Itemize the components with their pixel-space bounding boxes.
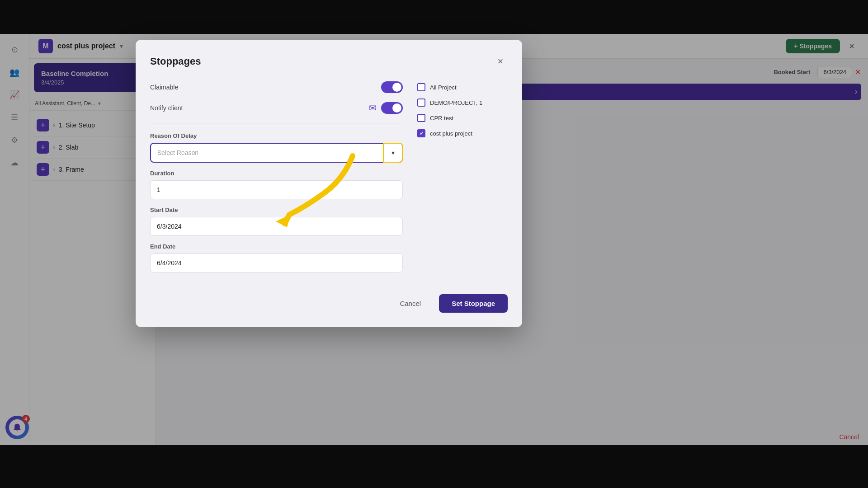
checkbox-demo-project-input[interactable] <box>417 99 425 107</box>
cancel-button[interactable]: Cancel <box>387 294 434 313</box>
modal-footer: Cancel Set Stoppage <box>150 294 508 313</box>
notify-controls: ✉ <box>369 102 403 114</box>
checkbox-cost-plus-input[interactable] <box>417 129 425 137</box>
checkbox-demo-project: DEMO/PROJECT, 1 <box>417 99 508 107</box>
checkbox-cost-plus-label: cost plus project <box>430 130 472 137</box>
end-date-input[interactable] <box>150 253 403 272</box>
reason-select-wrapper: Select Reason ▾ <box>150 143 403 163</box>
reason-select[interactable]: Select Reason <box>150 143 403 163</box>
modal-body: Claimable Notify client ✉ Reason Of Dela… <box>150 81 508 280</box>
modal-header: Stoppages × <box>150 54 508 69</box>
modal-title: Stoppages <box>150 56 201 67</box>
end-date-label: End Date <box>150 243 403 250</box>
modal-close-button[interactable]: × <box>493 54 508 69</box>
stoppages-modal: Stoppages × Claimable Notify client ✉ Re… <box>136 40 522 327</box>
checkbox-cpr-test-input[interactable] <box>417 114 425 122</box>
form-divider <box>150 123 403 123</box>
duration-label: Duration <box>150 170 403 177</box>
checkbox-cpr-test: CPR test <box>417 114 508 122</box>
reason-label: Reason Of Delay <box>150 132 403 139</box>
start-date-label: Start Date <box>150 206 403 213</box>
notify-client-row: Notify client ✉ <box>150 102 403 114</box>
checkbox-cost-plus: cost plus project <box>417 129 508 137</box>
modal-right-column: All Project DEMO/PROJECT, 1 CPR test cos… <box>417 81 508 280</box>
claimable-toggle[interactable] <box>381 81 403 93</box>
notify-client-label: Notify client <box>150 104 183 112</box>
checkbox-all-project-input[interactable] <box>417 83 425 91</box>
modal-left-column: Claimable Notify client ✉ Reason Of Dela… <box>150 81 403 280</box>
start-date-input[interactable] <box>150 217 403 236</box>
checkbox-all-project: All Project <box>417 83 508 91</box>
duration-input[interactable] <box>150 180 403 199</box>
notify-client-toggle[interactable] <box>381 102 403 114</box>
checkbox-all-project-label: All Project <box>430 84 457 91</box>
set-stoppage-button[interactable]: Set Stoppage <box>439 294 508 313</box>
claimable-label: Claimable <box>150 84 178 91</box>
checkbox-demo-project-label: DEMO/PROJECT, 1 <box>430 99 482 106</box>
claimable-row: Claimable <box>150 81 403 93</box>
checkbox-cpr-test-label: CPR test <box>430 115 453 122</box>
mail-icon: ✉ <box>369 103 377 113</box>
